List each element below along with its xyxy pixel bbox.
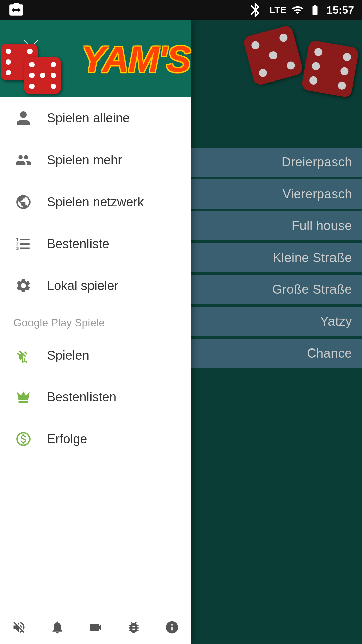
status-time: 15:57	[326, 4, 354, 16]
group-icon	[13, 150, 34, 170]
menu-item-bestenlisten-gp[interactable]: Bestenlisten	[0, 376, 191, 418]
lte-indicator: LTE	[269, 5, 286, 15]
notification-button[interactable]	[47, 617, 67, 637]
bluetooth-icon	[247, 2, 264, 18]
battery-icon	[309, 4, 321, 16]
svg-line-2	[34, 40, 38, 44]
spielen-netzwerk-label: Spielen netzwerk	[47, 195, 144, 209]
menu-item-bestenliste[interactable]: Bestenliste	[0, 223, 191, 265]
bestenlisten-gp-label: Bestenlisten	[47, 390, 116, 405]
video-button[interactable]	[85, 617, 106, 637]
app-title: YAM'S	[81, 38, 190, 80]
info-button[interactable]	[162, 617, 182, 637]
logo-container: YAM'S	[1, 37, 190, 80]
spielen-alleine-label: Spielen alleine	[47, 111, 130, 125]
gear-icon	[13, 276, 34, 296]
status-left-icons	[8, 2, 25, 18]
gallery-icon	[8, 2, 25, 18]
drawer-header: YAM'S	[0, 20, 191, 97]
bug-button[interactable]	[124, 617, 144, 637]
crown-icon	[13, 387, 34, 407]
menu-item-lokal-spieler[interactable]: Lokal spieler	[0, 265, 191, 307]
bg-dice-1	[242, 24, 304, 86]
google-play-section-title: Google Play Spiele	[0, 307, 191, 334]
signal-icon	[292, 4, 304, 16]
medal-icon	[13, 429, 34, 449]
crossed-swords-icon	[13, 345, 34, 365]
person-icon	[13, 108, 34, 128]
bg-dice-2	[301, 40, 359, 98]
spielen-mehr-label: Spielen mehr	[47, 153, 122, 167]
drawer-menu: Spielen alleine Spielen mehr Spielen net…	[0, 97, 191, 610]
status-bar: LTE 15:57	[0, 0, 362, 20]
menu-item-spielen-mehr[interactable]: Spielen mehr	[0, 139, 191, 181]
menu-item-spielen-netzwerk[interactable]: Spielen netzwerk	[0, 181, 191, 223]
status-right-icons: LTE 15:57	[247, 2, 354, 18]
globe-icon	[13, 192, 34, 212]
lokal-spieler-label: Lokal spieler	[47, 279, 118, 293]
menu-item-erfolge-gp[interactable]: Erfolge	[0, 418, 191, 460]
logo-dice-2	[24, 57, 61, 94]
erfolge-gp-label: Erfolge	[47, 432, 87, 446]
list-numbered-icon	[13, 234, 34, 254]
spielen-gp-label: Spielen	[47, 348, 89, 363]
bottom-bar	[0, 610, 191, 644]
menu-item-spielen-gp[interactable]: Spielen	[0, 334, 191, 376]
bestenliste-label: Bestenliste	[47, 237, 109, 251]
logo-dice-group	[1, 37, 78, 80]
menu-item-spielen-alleine[interactable]: Spielen alleine	[0, 97, 191, 139]
background-dice	[248, 30, 355, 94]
mute-button[interactable]	[9, 617, 29, 637]
navigation-drawer: YAM'S Spielen alleine Spielen mehr	[0, 20, 191, 644]
